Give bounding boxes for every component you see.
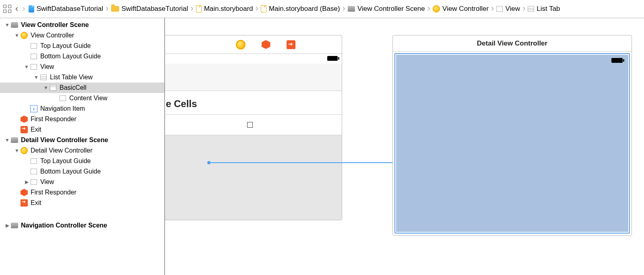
folder-icon <box>111 6 119 12</box>
disclosure-triangle-icon[interactable] <box>14 33 19 38</box>
outline-top-layout-guide[interactable]: Top Layout Guide <box>0 156 164 166</box>
document-outline[interactable]: View Controller Scene View Controller To… <box>0 18 165 275</box>
crumb-project[interactable]: SwiftDatabaseTutorial <box>29 5 103 13</box>
layout-guide-icon <box>31 169 37 174</box>
crumb-vc-label: View Controller <box>442 5 489 13</box>
disclosure-triangle-icon[interactable] <box>43 85 48 91</box>
outline-detail-view-controller[interactable]: Detail View Controller <box>0 145 164 156</box>
crumb-view-label: View <box>505 5 520 13</box>
view-controller-icon[interactable] <box>236 40 246 50</box>
outline-label: Top Layout Guide <box>40 42 91 50</box>
crumb-view[interactable]: View <box>496 5 520 13</box>
view-controller-icon <box>433 5 440 12</box>
crumb-sep: › <box>491 3 494 14</box>
outline-label: List Table View <box>50 74 93 81</box>
outline-content-view[interactable]: Content View <box>0 93 164 103</box>
crumb-sep: › <box>105 3 108 14</box>
status-bar <box>165 54 342 64</box>
crumb-storyboard-base[interactable]: Main.storyboard (Base) <box>261 5 340 13</box>
outline-view-controller[interactable]: View Controller <box>0 30 164 41</box>
outline-scene-detail[interactable]: Detail View Controller Scene <box>0 135 164 145</box>
crumb-scene-label: View Controller Scene <box>357 5 425 13</box>
crumb-sep: › <box>427 3 430 14</box>
crumb-table[interactable]: List Tab <box>528 5 560 13</box>
selected-view[interactable] <box>394 53 630 234</box>
outline-label: View <box>40 63 54 70</box>
outline-list-table-view[interactable]: List Table View <box>0 72 164 83</box>
layout-guide-icon <box>31 158 37 164</box>
outline-label: Top Layout Guide <box>40 157 91 165</box>
outline-label: Navigation Item <box>40 105 85 112</box>
crumb-folder[interactable]: SwiftDatabaseTutorial <box>111 5 188 13</box>
scene-icon <box>11 137 18 143</box>
outline-label: Exit <box>31 199 41 207</box>
crumb-scene[interactable]: View Controller Scene <box>348 5 425 13</box>
crumb-sep: › <box>256 3 258 14</box>
outline-label: First Responder <box>31 189 76 196</box>
crumb-view-controller[interactable]: View Controller <box>433 5 489 13</box>
layout-guide-icon <box>31 54 37 59</box>
nav-back-icon[interactable]: ‹ <box>14 4 19 14</box>
navigation-item-icon <box>30 105 37 112</box>
outline-exit[interactable]: Exit <box>0 198 164 208</box>
crumb-table-label: List Tab <box>537 5 560 13</box>
view-controller-icon <box>21 32 28 39</box>
view-icon <box>31 64 37 70</box>
outline-first-responder[interactable]: First Responder <box>0 187 164 198</box>
outline-basic-cell[interactable]: BasicCell <box>0 83 164 93</box>
outline-bottom-layout-guide[interactable]: Bottom Layout Guide <box>0 166 164 177</box>
crumb-storyboard[interactable]: Main.storyboard <box>196 5 253 13</box>
crumb-project-label: SwiftDatabaseTutorial <box>37 5 103 13</box>
disclosure-triangle-icon[interactable] <box>24 64 29 70</box>
disclosure-triangle-icon[interactable] <box>24 179 29 185</box>
outline-label: Navigation Controller Scene <box>21 222 107 229</box>
layout-guide-icon <box>31 43 37 49</box>
outline-label: Bottom Layout Guide <box>40 53 101 60</box>
scene-dock[interactable] <box>165 35 342 54</box>
first-responder-icon[interactable] <box>262 40 270 49</box>
outline-label: BasicCell <box>60 84 87 91</box>
storyboard-detail-vc[interactable]: Detail View Controller <box>392 35 632 236</box>
storyboard-canvas[interactable]: e Cells Detail View Controller <box>165 18 644 275</box>
outline-exit[interactable]: Exit <box>0 124 164 135</box>
outline-scene-view-controller[interactable]: View Controller Scene <box>0 20 164 30</box>
workspace: View Controller Scene View Controller To… <box>0 18 644 275</box>
outline-scene-navigation[interactable]: Navigation Controller Scene <box>0 220 164 231</box>
crumb-sep: › <box>343 3 345 14</box>
nav-forward-icon[interactable]: › <box>21 4 26 14</box>
storyboard-list-vc[interactable]: e Cells <box>165 35 342 220</box>
outline-label: Content View <box>69 95 107 102</box>
table-cell-icon <box>50 85 56 91</box>
view-icon <box>31 179 37 185</box>
table-view-icon <box>528 6 534 12</box>
disclosure-triangle-icon[interactable] <box>5 223 10 228</box>
scene-title[interactable]: Detail View Controller <box>393 35 632 52</box>
prototype-cell[interactable] <box>165 115 342 135</box>
disclosure-triangle-icon[interactable] <box>34 74 39 80</box>
nav-bar-area <box>165 64 342 91</box>
outline-first-responder[interactable]: First Responder <box>0 114 164 124</box>
related-items-icon[interactable] <box>2 4 12 14</box>
outline-navigation-item[interactable]: Navigation Item <box>0 103 164 114</box>
outline-label: Detail View Controller Scene <box>21 136 108 144</box>
outline-bottom-layout-guide[interactable]: Bottom Layout Guide <box>0 51 164 62</box>
first-responder-icon <box>21 116 28 123</box>
outline-top-layout-guide[interactable]: Top Layout Guide <box>0 41 164 51</box>
view-controller-icon <box>21 147 28 154</box>
detail-vc-view[interactable] <box>396 55 628 232</box>
view-icon <box>496 6 503 12</box>
outline-view[interactable]: View <box>0 177 164 187</box>
first-responder-icon <box>21 189 28 196</box>
crumb-folder-label: SwiftDatabaseTutorial <box>122 5 188 13</box>
outline-label: Detail View Controller <box>31 147 93 154</box>
exit-icon[interactable] <box>287 40 295 49</box>
crumb-storyboard-label: Main.storyboard <box>204 5 253 13</box>
disclosure-triangle-icon[interactable] <box>5 137 10 143</box>
outline-label: Exit <box>31 126 41 133</box>
outline-view[interactable]: View <box>0 62 164 72</box>
disclosure-triangle-icon[interactable] <box>14 148 19 153</box>
prototype-cells-label: e Cells <box>165 91 342 114</box>
exit-icon <box>21 126 28 133</box>
project-file-icon <box>29 5 34 12</box>
disclosure-triangle-icon[interactable] <box>5 22 10 28</box>
